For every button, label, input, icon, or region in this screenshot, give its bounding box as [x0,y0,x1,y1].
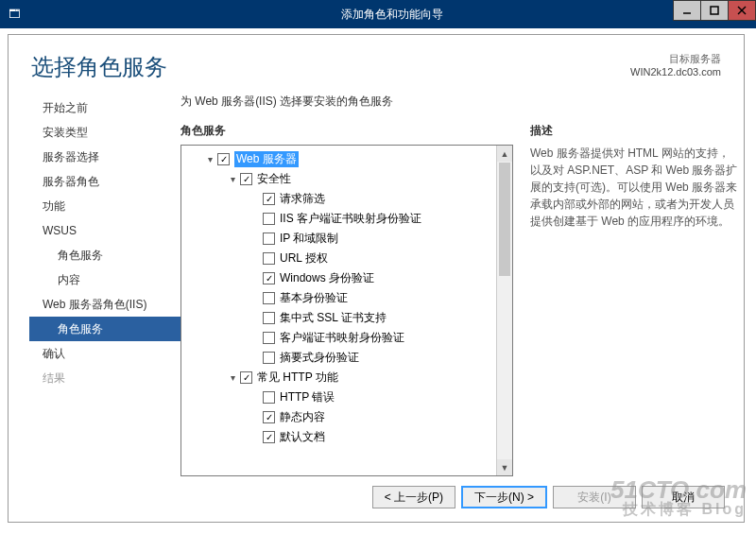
maximize-button[interactable] [700,0,729,21]
tree-node-label: HTTP 错误 [280,389,335,405]
checkbox[interactable] [263,193,275,205]
nav-item[interactable]: 服务器角色 [29,169,180,194]
nav-item[interactable]: 确认 [29,341,180,366]
tree-node-label: IP 和域限制 [280,231,338,247]
expand-icon[interactable]: ▾ [227,372,238,383]
instruction-text: 为 Web 服务器(IIS) 选择要安装的角色服务 [180,94,738,110]
nav-item[interactable]: 安装类型 [29,120,180,145]
tree-node[interactable]: 客户端证书映射身份验证 [181,328,496,348]
nav-item[interactable]: Web 服务器角色(IIS) [29,292,180,317]
tree-node[interactable]: 请求筛选 [181,189,496,209]
next-button[interactable]: 下一步(N) > [461,486,547,508]
checkbox[interactable] [217,153,230,165]
nav-item[interactable]: 结果 [29,366,180,390]
tree-node[interactable]: 集中式 SSL 证书支持 [181,308,496,328]
checkbox[interactable] [263,332,275,344]
checkbox[interactable] [263,252,275,265]
tree-node[interactable]: 摘要式身份验证 [181,348,496,368]
scroll-down-icon[interactable]: ▼ [497,459,512,475]
page-title: 选择角色服务 [31,52,167,82]
nav-sidebar: 开始之前安装类型服务器选择服务器角色功能WSUS角色服务内容Web 服务器角色(… [29,92,180,476]
description-header: 描述 [530,123,738,139]
checkbox[interactable] [263,411,275,423]
close-button[interactable] [728,0,756,21]
tree-node-label: 摘要式身份验证 [280,350,359,366]
nav-item[interactable]: 开始之前 [29,95,180,120]
checkbox[interactable] [263,272,275,284]
footer: < 上一步(P) 下一步(N) > 安装(I) 取消 [9,476,744,522]
description-text: Web 服务器提供对 HTML 网站的支持，以及对 ASP.NET、ASP 和 … [530,145,738,230]
tree-node-label: 客户端证书映射身份验证 [280,330,404,346]
expand-icon[interactable]: ▾ [227,174,238,184]
tree-node-label: 默认文档 [280,429,325,445]
tree-node-label: 基本身份验证 [280,290,348,306]
checkbox[interactable] [240,173,252,185]
tree-node-label: 请求筛选 [280,191,325,207]
cancel-button[interactable]: 取消 [642,486,725,508]
tree-node[interactable]: Windows 身份验证 [181,268,496,288]
scroll-up-icon[interactable]: ▲ [497,146,512,162]
title-bar: 🗔 添加角色和功能向导 [0,0,756,28]
checkbox[interactable] [263,391,275,404]
tree-node[interactable]: URL 授权 [181,249,496,268]
checkbox[interactable] [263,233,275,245]
checkbox[interactable] [263,312,275,324]
tree-node[interactable]: ▾Web 服务器 [181,149,496,169]
wizard-frame: 选择角色服务 目标服务器 WIN2k12.dc03.com 开始之前安装类型服务… [8,34,745,523]
install-button[interactable]: 安装(I) [553,486,636,508]
tree-node-label: IIS 客户端证书映射身份验证 [280,211,421,227]
tree-node-label: 静态内容 [280,409,325,425]
target-server: WIN2k12.dc03.com [630,66,721,78]
checkbox[interactable] [263,431,275,443]
tree-node-label: 安全性 [257,171,291,187]
window-buttons [674,0,756,21]
tree-node[interactable]: HTTP 错误 [181,388,496,407]
tree-node-label: 集中式 SSL 证书支持 [280,310,387,326]
tree-node[interactable]: ▾常见 HTTP 功能 [181,368,496,388]
tree-scrollbar[interactable]: ▲ ▼ [496,146,512,475]
tree-node[interactable]: 默认文档 [181,427,496,447]
checkbox[interactable] [263,213,275,225]
tree-header: 角色服务 [180,123,513,139]
tree-node[interactable]: ▾安全性 [181,169,496,189]
minimize-button[interactable] [673,0,701,21]
tree-node-label: 常见 HTTP 功能 [257,370,338,386]
role-services-tree[interactable]: ▾Web 服务器▾安全性请求筛选IIS 客户端证书映射身份验证IP 和域限制UR… [181,146,496,475]
tree-panel: ▾Web 服务器▾安全性请求筛选IIS 客户端证书映射身份验证IP 和域限制UR… [180,145,513,476]
prev-button[interactable]: < 上一步(P) [372,486,455,508]
checkbox[interactable] [263,292,275,304]
target-info: 目标服务器 WIN2k12.dc03.com [630,52,721,78]
app-icon: 🗔 [0,8,28,21]
tree-node-label: URL 授权 [280,250,328,267]
tree-node-label: Windows 身份验证 [280,270,374,286]
tree-node[interactable]: 基本身份验证 [181,288,496,308]
nav-item[interactable]: 功能 [29,194,180,218]
checkbox[interactable] [240,371,252,384]
nav-item[interactable]: 角色服务 [29,317,180,341]
expand-icon[interactable]: ▾ [204,154,215,164]
nav-item[interactable]: 角色服务 [29,243,180,267]
target-label: 目标服务器 [630,52,721,66]
tree-node[interactable]: IIS 客户端证书映射身份验证 [181,209,496,229]
nav-item[interactable]: 服务器选择 [29,145,180,169]
tree-node-label: Web 服务器 [234,151,299,167]
scroll-thumb[interactable] [499,163,510,276]
checkbox[interactable] [263,352,275,364]
tree-node[interactable]: IP 和域限制 [181,229,496,249]
window-title: 添加角色和功能向导 [28,7,756,23]
tree-node[interactable]: 静态内容 [181,407,496,427]
nav-item[interactable]: WSUS [29,218,180,243]
nav-item[interactable]: 内容 [29,267,180,292]
svg-rect-1 [711,7,718,14]
